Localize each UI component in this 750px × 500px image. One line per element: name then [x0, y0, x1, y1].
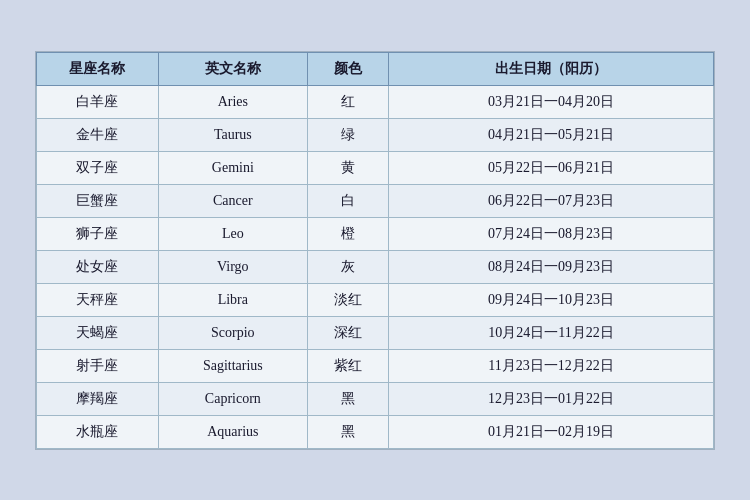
cell-en-name: Gemini — [158, 151, 307, 184]
cell-en-name: Virgo — [158, 250, 307, 283]
table-row: 白羊座Aries红03月21日一04月20日 — [37, 85, 714, 118]
cell-en-name: Cancer — [158, 184, 307, 217]
cell-zh-name: 天蝎座 — [37, 316, 159, 349]
cell-color: 淡红 — [307, 283, 388, 316]
cell-zh-name: 金牛座 — [37, 118, 159, 151]
cell-zh-name: 狮子座 — [37, 217, 159, 250]
table-row: 狮子座Leo橙07月24日一08月23日 — [37, 217, 714, 250]
table-row: 处女座Virgo灰08月24日一09月23日 — [37, 250, 714, 283]
cell-color: 红 — [307, 85, 388, 118]
table-row: 摩羯座Capricorn黑12月23日一01月22日 — [37, 382, 714, 415]
cell-en-name: Sagittarius — [158, 349, 307, 382]
cell-date: 01月21日一02月19日 — [389, 415, 714, 448]
cell-date: 11月23日一12月22日 — [389, 349, 714, 382]
cell-color: 深红 — [307, 316, 388, 349]
zodiac-table: 星座名称 英文名称 颜色 出生日期（阳历） 白羊座Aries红03月21日一04… — [36, 52, 714, 449]
cell-date: 10月24日一11月22日 — [389, 316, 714, 349]
cell-date: 08月24日一09月23日 — [389, 250, 714, 283]
cell-en-name: Capricorn — [158, 382, 307, 415]
header-en-name: 英文名称 — [158, 52, 307, 85]
cell-date: 12月23日一01月22日 — [389, 382, 714, 415]
table-row: 水瓶座Aquarius黑01月21日一02月19日 — [37, 415, 714, 448]
cell-zh-name: 天秤座 — [37, 283, 159, 316]
cell-color: 黄 — [307, 151, 388, 184]
table-row: 天秤座Libra淡红09月24日一10月23日 — [37, 283, 714, 316]
cell-color: 黑 — [307, 382, 388, 415]
cell-date: 09月24日一10月23日 — [389, 283, 714, 316]
table-header-row: 星座名称 英文名称 颜色 出生日期（阳历） — [37, 52, 714, 85]
header-zh-name: 星座名称 — [37, 52, 159, 85]
header-date: 出生日期（阳历） — [389, 52, 714, 85]
cell-zh-name: 水瓶座 — [37, 415, 159, 448]
cell-en-name: Aries — [158, 85, 307, 118]
cell-zh-name: 双子座 — [37, 151, 159, 184]
table-row: 天蝎座Scorpio深红10月24日一11月22日 — [37, 316, 714, 349]
cell-zh-name: 射手座 — [37, 349, 159, 382]
cell-date: 05月22日一06月21日 — [389, 151, 714, 184]
cell-date: 04月21日一05月21日 — [389, 118, 714, 151]
zodiac-table-container: 星座名称 英文名称 颜色 出生日期（阳历） 白羊座Aries红03月21日一04… — [35, 51, 715, 450]
cell-date: 07月24日一08月23日 — [389, 217, 714, 250]
cell-zh-name: 处女座 — [37, 250, 159, 283]
table-row: 双子座Gemini黄05月22日一06月21日 — [37, 151, 714, 184]
cell-en-name: Leo — [158, 217, 307, 250]
cell-en-name: Scorpio — [158, 316, 307, 349]
table-row: 巨蟹座Cancer白06月22日一07月23日 — [37, 184, 714, 217]
cell-color: 白 — [307, 184, 388, 217]
cell-color: 橙 — [307, 217, 388, 250]
cell-color: 紫红 — [307, 349, 388, 382]
cell-zh-name: 白羊座 — [37, 85, 159, 118]
cell-color: 灰 — [307, 250, 388, 283]
cell-en-name: Aquarius — [158, 415, 307, 448]
cell-zh-name: 巨蟹座 — [37, 184, 159, 217]
cell-color: 绿 — [307, 118, 388, 151]
cell-date: 03月21日一04月20日 — [389, 85, 714, 118]
header-color: 颜色 — [307, 52, 388, 85]
cell-date: 06月22日一07月23日 — [389, 184, 714, 217]
cell-zh-name: 摩羯座 — [37, 382, 159, 415]
cell-en-name: Taurus — [158, 118, 307, 151]
cell-en-name: Libra — [158, 283, 307, 316]
table-row: 射手座Sagittarius紫红11月23日一12月22日 — [37, 349, 714, 382]
cell-color: 黑 — [307, 415, 388, 448]
table-row: 金牛座Taurus绿04月21日一05月21日 — [37, 118, 714, 151]
